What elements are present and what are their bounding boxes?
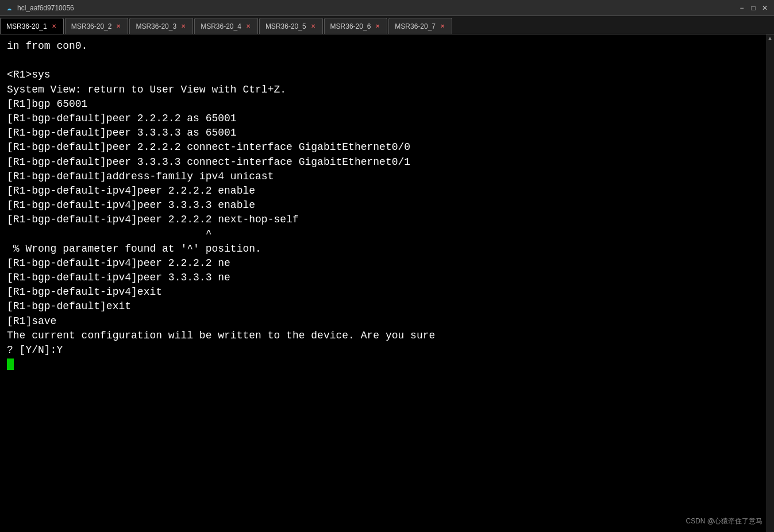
tab-bar: MSR36-20_1✕MSR36-20_2✕MSR36-20_3✕MSR36-2…: [0, 16, 774, 34]
maximize-button[interactable]: □: [749, 3, 758, 13]
cloud-icon: ☁: [7, 3, 11, 13]
terminal-line: [R1-bgp-default]exit: [7, 299, 763, 314]
terminal-line: The current configuration will be writte…: [7, 329, 763, 343]
terminal-line: System View: return to User View with Ct…: [7, 83, 763, 97]
tab-label: MSR36-20_2: [71, 22, 112, 30]
tab-close-icon[interactable]: ✕: [115, 23, 122, 30]
terminal-line: in from con0.: [7, 39, 763, 53]
terminal-line: % Wrong parameter found at '^' position.: [7, 242, 763, 256]
terminal-line: ^: [7, 227, 763, 241]
tab-msr36-20-7[interactable]: MSR36-20_7✕: [388, 18, 452, 34]
tab-msr36-20-6[interactable]: MSR36-20_6✕: [324, 18, 388, 34]
terminal-line: <R1>sys: [7, 68, 763, 82]
tab-close-icon[interactable]: ✕: [310, 23, 317, 30]
tab-msr36-20-2[interactable]: MSR36-20_2✕: [65, 18, 129, 34]
watermark: CSDN @心猿牵住了意马: [686, 516, 763, 526]
tab-label: MSR36-20_4: [201, 22, 241, 30]
terminal-line: [R1-bgp-default-ipv4]peer 2.2.2.2 next-h…: [7, 213, 763, 227]
close-button[interactable]: ✕: [760, 3, 769, 13]
title-bar-text: hcl_aaf6d9710056: [17, 4, 737, 12]
tab-close-icon[interactable]: ✕: [439, 23, 446, 30]
terminal-line: [R1-bgp-default]peer 3.3.3.3 as 65001: [7, 126, 763, 140]
tab-close-icon[interactable]: ✕: [374, 23, 381, 30]
tab-msr36-20-1[interactable]: MSR36-20_1✕: [0, 18, 64, 34]
terminal[interactable]: in from con0.<R1>sysSystem View: return …: [0, 34, 774, 532]
terminal-line: [R1-bgp-default-ipv4]peer 3.3.3.3 enable: [7, 198, 763, 213]
tab-label: MSR36-20_1: [6, 22, 47, 30]
terminal-line: [R1-bgp-default-ipv4]peer 2.2.2.2 ne: [7, 256, 763, 271]
tab-label: MSR36-20_6: [330, 22, 371, 30]
tab-close-icon[interactable]: ✕: [245, 23, 252, 30]
terminal-line: [R1-bgp-default]peer 3.3.3.3 connect-int…: [7, 155, 763, 169]
tab-label: MSR36-20_5: [265, 22, 306, 30]
terminal-line: [R1-bgp-default-ipv4]peer 3.3.3.3 ne: [7, 271, 763, 285]
tab-label: MSR36-20_7: [395, 22, 436, 30]
terminal-line: [R1-bgp-default]peer 2.2.2.2 as 65001: [7, 111, 763, 126]
terminal-cursor: [7, 358, 14, 370]
terminal-line: [R1]save: [7, 314, 763, 329]
tab-label: MSR36-20_3: [136, 22, 176, 30]
title-bar-controls: − □ ✕: [737, 3, 769, 13]
app-icon: ☁: [5, 3, 14, 13]
scrollbar[interactable]: ▲: [766, 34, 774, 532]
terminal-line: [R1]bgp 65001: [7, 97, 763, 111]
terminal-line: [R1-bgp-default-ipv4]exit: [7, 285, 763, 299]
tab-close-icon[interactable]: ✕: [180, 23, 187, 30]
tab-close-icon[interactable]: ✕: [51, 23, 57, 30]
terminal-line: [7, 53, 763, 68]
terminal-line: [R1-bgp-default]peer 2.2.2.2 connect-int…: [7, 140, 763, 155]
minimize-button[interactable]: −: [737, 3, 746, 13]
terminal-line: ? [Y/N]:Y: [7, 343, 763, 357]
title-bar: ☁ hcl_aaf6d9710056 − □ ✕: [0, 0, 774, 16]
tab-msr36-20-4[interactable]: MSR36-20_4✕: [194, 18, 258, 34]
tab-msr36-20-5[interactable]: MSR36-20_5✕: [259, 18, 323, 34]
terminal-cursor-line: [7, 357, 763, 372]
scroll-up-arrow[interactable]: ▲: [767, 34, 773, 43]
terminal-line: [R1-bgp-default]address-family ipv4 unic…: [7, 169, 763, 184]
tab-msr36-20-3[interactable]: MSR36-20_3✕: [129, 18, 193, 34]
terminal-line: [R1-bgp-default-ipv4]peer 2.2.2.2 enable: [7, 184, 763, 198]
